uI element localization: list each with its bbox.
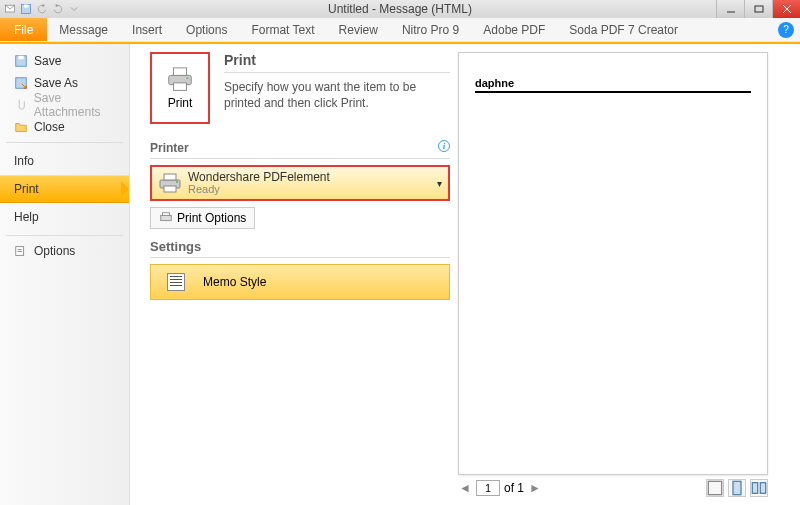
next-page-button[interactable]: ►	[528, 481, 542, 495]
ribbon-tab-message[interactable]: Message	[47, 18, 120, 41]
svg-rect-26	[760, 483, 765, 494]
printer-icon	[165, 66, 195, 92]
help-icon[interactable]: ?	[778, 22, 794, 38]
window-title: Untitled - Message (HTML)	[0, 2, 800, 16]
printer-dd-icon	[158, 173, 182, 193]
backstage: Save Save As Save Attachments Close Info…	[0, 44, 800, 505]
prev-page-button[interactable]: ◄	[458, 481, 472, 495]
ribbon-tab-adobe[interactable]: Adobe PDF	[471, 18, 557, 41]
svg-rect-19	[164, 186, 176, 192]
sidebar-close[interactable]: Close	[0, 116, 129, 138]
svg-rect-23	[708, 481, 721, 494]
undo-icon[interactable]	[36, 3, 48, 15]
page-count-label: of 1	[504, 481, 524, 495]
window-buttons	[716, 0, 800, 18]
close-button[interactable]	[772, 0, 800, 18]
printer-section: Printer i Wondershare PDFelement Ready ▾…	[150, 140, 450, 229]
sidebar-options[interactable]: Options	[0, 240, 129, 262]
settings-section-label: Settings	[150, 239, 450, 258]
sidebar-item-label: Save Attachments	[34, 91, 129, 119]
svg-rect-8	[18, 56, 23, 60]
redo-icon[interactable]	[52, 3, 64, 15]
app-icon	[4, 3, 16, 15]
svg-rect-21	[161, 215, 172, 220]
page-number-input[interactable]	[476, 480, 500, 496]
sidebar-item-label: Save	[34, 54, 61, 68]
settings-style-button[interactable]: Memo Style	[150, 264, 450, 300]
zoom-one-page-button[interactable]	[728, 479, 746, 497]
svg-rect-15	[173, 83, 186, 91]
zoom-multi-page-button[interactable]	[750, 479, 768, 497]
preview-controls: ◄ of 1 ►	[458, 475, 768, 497]
sidebar-divider	[6, 142, 123, 143]
printer-status: Ready	[188, 184, 330, 195]
sidebar-tab-help[interactable]: Help	[0, 203, 129, 231]
print-button-label: Print	[168, 96, 193, 110]
qat-more-icon[interactable]	[68, 3, 80, 15]
ribbon-tab-nitro[interactable]: Nitro Pro 9	[390, 18, 471, 41]
options-icon	[14, 244, 28, 258]
backstage-main: Print Print Specify how you want the ite…	[130, 44, 800, 505]
save-icon[interactable]	[20, 3, 32, 15]
print-panel: Print Print Specify how you want the ite…	[150, 52, 450, 497]
attachment-icon	[14, 98, 28, 112]
maximize-button[interactable]	[744, 0, 772, 18]
printer-dd-text: Wondershare PDFelement Ready	[188, 171, 330, 195]
titlebar: Untitled - Message (HTML)	[0, 0, 800, 18]
svg-rect-24	[733, 481, 741, 494]
svg-rect-25	[752, 483, 757, 494]
ribbon: File Message Insert Options Format Text …	[0, 18, 800, 42]
minimize-button[interactable]	[716, 0, 744, 18]
print-heading: Print Specify how you want the item to b…	[224, 52, 450, 111]
sidebar-item-label: Options	[34, 244, 75, 258]
print-options-label: Print Options	[177, 211, 246, 225]
ribbon-tab-review[interactable]: Review	[327, 18, 390, 41]
ribbon-tab-soda[interactable]: Soda PDF 7 Creator	[557, 18, 690, 41]
svg-rect-14	[173, 68, 186, 76]
svg-rect-2	[24, 5, 29, 8]
svg-rect-4	[755, 6, 763, 12]
preview-header: daphne	[475, 77, 751, 93]
svg-point-16	[187, 77, 189, 79]
memo-style-icon	[167, 273, 185, 291]
sidebar-item-label: Close	[34, 120, 65, 134]
ribbon-tab-format-text[interactable]: Format Text	[239, 18, 326, 41]
svg-rect-18	[164, 174, 176, 180]
zoom-actual-button[interactable]	[706, 479, 724, 497]
print-preview: daphne ◄ of 1 ►	[458, 52, 768, 497]
ribbon-tab-options[interactable]: Options	[174, 18, 239, 41]
printer-section-label: Printer i	[150, 140, 450, 159]
folder-close-icon	[14, 120, 28, 134]
svg-rect-12	[18, 251, 22, 252]
sidebar-item-label: Save As	[34, 76, 78, 90]
sidebar-save[interactable]: Save	[0, 50, 129, 72]
print-heading-desc: Specify how you want the item to be prin…	[224, 79, 450, 111]
print-options-button[interactable]: Print Options	[150, 207, 255, 229]
print-options-icon	[159, 211, 173, 225]
print-heading-title: Print	[224, 52, 450, 73]
svg-point-20	[176, 181, 178, 183]
printer-name: Wondershare PDFelement	[188, 171, 330, 183]
printer-dropdown[interactable]: Wondershare PDFelement Ready ▾	[150, 165, 450, 201]
quick-access-toolbar	[0, 3, 80, 15]
settings-section: Settings Memo Style	[150, 239, 450, 300]
svg-rect-22	[163, 213, 170, 216]
sidebar-tab-print[interactable]: Print	[0, 175, 129, 203]
sidebar-divider	[6, 235, 123, 236]
sidebar-tab-info[interactable]: Info	[0, 147, 129, 175]
sidebar-save-attachments: Save Attachments	[0, 94, 129, 116]
info-icon[interactable]: i	[438, 140, 450, 152]
backstage-sidebar: Save Save As Save Attachments Close Info…	[0, 44, 130, 505]
print-button[interactable]: Print	[150, 52, 210, 124]
svg-rect-11	[18, 249, 22, 250]
ribbon-tab-insert[interactable]: Insert	[120, 18, 174, 41]
save-file-icon	[14, 54, 28, 68]
save-as-icon	[14, 76, 28, 90]
ribbon-tab-file[interactable]: File	[0, 18, 47, 41]
preview-page: daphne	[458, 52, 768, 475]
chevron-down-icon: ▾	[437, 178, 442, 189]
settings-style-label: Memo Style	[203, 275, 266, 289]
